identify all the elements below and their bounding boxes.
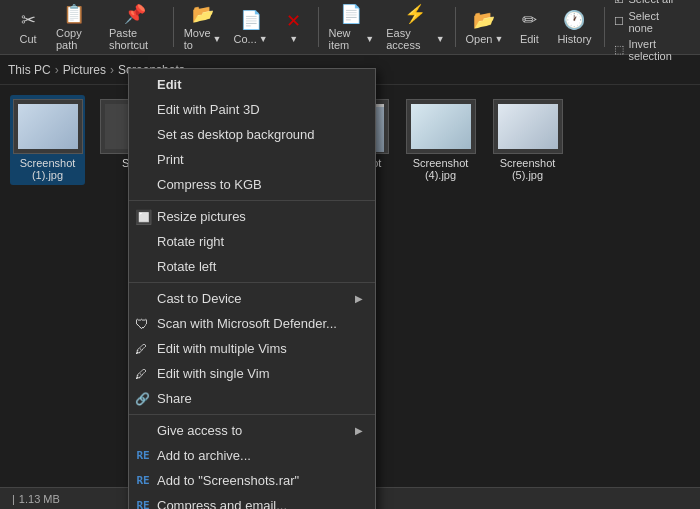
separator-4: [604, 7, 605, 47]
vim-multi-icon: 🖊: [135, 342, 147, 356]
open-button[interactable]: 📂 Open ▼: [460, 5, 510, 49]
file-thumbnail: [406, 99, 476, 154]
context-menu: Edit Edit with Paint 3D Set as desktop b…: [128, 68, 376, 509]
ctx-set-desktop[interactable]: Set as desktop background: [129, 122, 375, 147]
status-size: 1.13 MB: [19, 493, 60, 505]
copy-path-icon: 📋: [63, 3, 85, 25]
ctx-rotate-right[interactable]: Rotate right: [129, 229, 375, 254]
history-icon: 🕐: [563, 9, 585, 31]
resize-icon: 🔲: [135, 209, 152, 225]
invert-selection-icon: ⬚: [614, 43, 624, 56]
ctx-add-screenshots-rar[interactable]: RE Add to "Screenshots.rar": [129, 468, 375, 493]
ctx-scan[interactable]: 🛡 Scan with Microsoft Defender...: [129, 311, 375, 336]
toolbar-group-select: ☑ Select all ☐ Select none ⬚ Invert sele…: [608, 0, 692, 64]
separator-3: [455, 7, 456, 47]
ctx-compress-email[interactable]: RE Compress and email...: [129, 493, 375, 509]
copy-to-icon: 📄: [240, 9, 262, 31]
copy-path-button[interactable]: 📋 Copy path: [48, 0, 101, 55]
ctx-resize[interactable]: 🔲 Resize pictures: [129, 204, 375, 229]
file-item[interactable]: Screenshot (5).jpg: [490, 95, 565, 185]
ctx-print-label: Print: [157, 152, 184, 167]
ctx-edit-label: Edit: [157, 77, 182, 92]
select-all-button[interactable]: ☑ Select all: [608, 0, 679, 8]
breadcrumb-sep-2: ›: [110, 63, 114, 77]
file-label: Screenshot (4).jpg: [407, 157, 474, 181]
move-to-icon: 📂: [192, 3, 214, 25]
delete-button[interactable]: ✕ ▼: [274, 6, 314, 48]
ctx-sep-3: [129, 414, 375, 415]
cut-icon: ✂: [21, 9, 36, 31]
ctx-share[interactable]: 🔗 Share: [129, 386, 375, 411]
ctx-scan-label: Scan with Microsoft Defender...: [157, 316, 337, 331]
ctx-rotate-left-label: Rotate left: [157, 259, 216, 274]
ctx-rotate-right-label: Rotate right: [157, 234, 224, 249]
ctx-edit-multi-vim-label: Edit with multiple Vims: [157, 341, 287, 356]
ctx-edit-multi-vim[interactable]: 🖊 Edit with multiple Vims: [129, 336, 375, 361]
toolbar-group-clipboard: ✂ Cut 📋 Copy path 📌 Paste shortcut: [8, 0, 169, 55]
new-item-chevron: ▼: [365, 34, 374, 44]
ctx-compress-email-label: Compress and email...: [157, 498, 287, 509]
vim-single-icon: 🖊: [135, 367, 147, 381]
ctx-add-screenshots-rar-label: Add to "Screenshots.rar": [157, 473, 299, 488]
ctx-share-label: Share: [157, 391, 192, 406]
ctx-compress-kgb-label: Compress to KGB: [157, 177, 262, 192]
ctx-cast[interactable]: Cast to Device ▶: [129, 286, 375, 311]
rar-icon-2: RE: [135, 473, 151, 489]
new-item-button[interactable]: 📄 New item ▼: [322, 0, 380, 55]
ctx-add-archive-label: Add to archive...: [157, 448, 251, 463]
edit-button[interactable]: ✏ Edit: [509, 5, 549, 49]
easy-access-button[interactable]: ⚡ Easy access ▼: [380, 0, 451, 55]
separator-1: [173, 7, 174, 47]
toolbar-group-open: 📂 Open ▼ ✏ Edit 🕐 History: [460, 5, 600, 49]
ctx-edit-paint3d[interactable]: Edit with Paint 3D: [129, 97, 375, 122]
open-icon: 📂: [473, 9, 495, 31]
ctx-cast-label: Cast to Device: [157, 291, 242, 306]
ctx-cast-arrow: ▶: [355, 293, 363, 304]
file-thumbnail: [493, 99, 563, 154]
ctx-compress-kgb[interactable]: Compress to KGB: [129, 172, 375, 197]
cut-button[interactable]: ✂ Cut: [8, 5, 48, 49]
file-item[interactable]: Screenshot (1).jpg: [10, 95, 85, 185]
move-to-button[interactable]: 📂 Move to ▼: [178, 0, 228, 55]
ctx-sep-2: [129, 282, 375, 283]
select-none-button[interactable]: ☐ Select none: [608, 8, 692, 36]
invert-selection-button[interactable]: ⬚ Invert selection: [608, 36, 692, 64]
ctx-print[interactable]: Print: [129, 147, 375, 172]
ctx-rotate-left[interactable]: Rotate left: [129, 254, 375, 279]
copy-to-button[interactable]: 📄 Co... ▼: [228, 5, 274, 49]
file-label: Screenshot (5).jpg: [494, 157, 561, 181]
ctx-sep-1: [129, 200, 375, 201]
history-button[interactable]: 🕐 History: [549, 5, 599, 49]
ctx-give-access-arrow: ▶: [355, 425, 363, 436]
ctx-edit-single-vim[interactable]: 🖊 Edit with single Vim: [129, 361, 375, 386]
ctx-give-access[interactable]: Give access to ▶: [129, 418, 375, 443]
easy-access-icon: ⚡: [404, 3, 426, 25]
edit-icon: ✏: [522, 9, 537, 31]
move-to-chevron: ▼: [213, 34, 222, 44]
paste-shortcut-button[interactable]: 📌 Paste shortcut: [101, 0, 169, 55]
toolbar-group-organize: 📂 Move to ▼ 📄 Co... ▼ ✕ ▼: [178, 0, 314, 55]
rar-icon-1: RE: [135, 448, 151, 464]
select-all-icon: ☑: [614, 0, 624, 6]
toolbar: ✂ Cut 📋 Copy path 📌 Paste shortcut 📂 Mov…: [0, 0, 700, 55]
breadcrumb-sep-1: ›: [55, 63, 59, 77]
status-separator: |: [12, 493, 15, 505]
file-thumbnail: [13, 99, 83, 154]
share-icon: 🔗: [135, 392, 150, 406]
ctx-edit[interactable]: Edit: [129, 72, 375, 97]
new-item-icon: 📄: [340, 3, 362, 25]
ctx-edit-single-vim-label: Edit with single Vim: [157, 366, 269, 381]
copy-to-chevron: ▼: [259, 34, 268, 44]
file-item[interactable]: Screenshot (4).jpg: [403, 95, 478, 185]
rar-icon-3: RE: [135, 498, 151, 510]
select-none-icon: ☐: [614, 15, 624, 28]
ctx-set-desktop-label: Set as desktop background: [157, 127, 315, 142]
ctx-add-archive[interactable]: RE Add to archive...: [129, 443, 375, 468]
toolbar-group-new: 📄 New item ▼ ⚡ Easy access ▼: [322, 0, 450, 55]
paste-shortcut-icon: 📌: [124, 3, 146, 25]
easy-access-chevron: ▼: [436, 34, 445, 44]
separator-2: [318, 7, 319, 47]
ctx-give-access-label: Give access to: [157, 423, 242, 438]
ctx-resize-label: Resize pictures: [157, 209, 246, 224]
scan-icon: 🛡: [135, 316, 149, 332]
